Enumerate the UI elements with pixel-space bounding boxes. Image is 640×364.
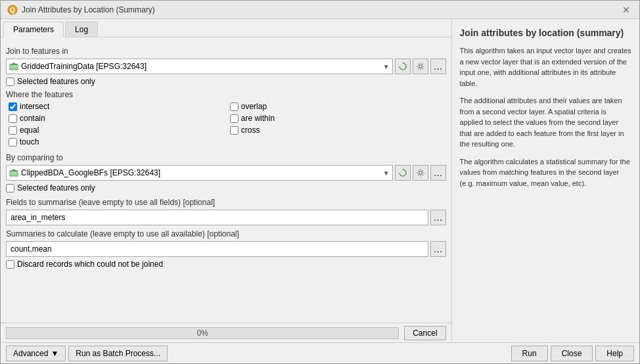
overlap-label: overlap bbox=[241, 102, 267, 111]
fields-row: … bbox=[6, 210, 446, 225]
cancel-button[interactable]: Cancel bbox=[404, 326, 446, 340]
fields-label: Fields to summarise (leave empty to use … bbox=[6, 198, 446, 207]
predicates-grid: intersect overlap contain are within bbox=[9, 102, 446, 148]
where-label: Where the features bbox=[6, 90, 446, 99]
progress-bar-area: 0% Cancel bbox=[1, 323, 451, 342]
selected-only-1-checkbox[interactable] bbox=[6, 78, 14, 86]
progress-bar: 0% bbox=[6, 327, 399, 339]
tab-log[interactable]: Log bbox=[65, 22, 98, 37]
progress-label: 0% bbox=[196, 329, 208, 338]
run-button[interactable]: Run bbox=[511, 346, 548, 361]
summaries-more-btn[interactable]: … bbox=[430, 241, 446, 257]
join-layer-dropdown[interactable]: GriddedTrainingData [EPSG:32643] ▼ bbox=[6, 58, 393, 74]
help-title: Join attributes by location (summary) bbox=[460, 27, 631, 39]
join-layer-row: GriddedTrainingData [EPSG:32643] ▼ bbox=[6, 58, 446, 74]
svg-rect-6 bbox=[10, 171, 18, 176]
are-within-checkbox[interactable] bbox=[230, 114, 239, 123]
help-paragraph-2: The additional attributes and their valu… bbox=[460, 95, 631, 150]
predicate-overlap: overlap bbox=[230, 102, 446, 111]
touch-label: touch bbox=[20, 137, 39, 147]
footer-right: Run Close Help bbox=[511, 346, 634, 361]
tab-parameters[interactable]: Parameters bbox=[3, 22, 64, 37]
params-panel: Join to features in GriddedTrainingData … bbox=[1, 37, 451, 323]
title-bar-left: Q Join Attributes by Location (Summary) bbox=[7, 5, 155, 15]
summaries-row: … bbox=[6, 241, 446, 257]
are-within-label: are within bbox=[241, 114, 275, 123]
join-layer-refresh-btn[interactable] bbox=[395, 58, 411, 74]
compare-layer-refresh-btn[interactable] bbox=[395, 165, 411, 181]
main-window: Q Join Attributes by Location (Summary) … bbox=[0, 0, 640, 364]
batch-process-button[interactable]: Run as Batch Process... bbox=[68, 346, 168, 361]
main-content: Parameters Log Join to features in Gridd… bbox=[1, 19, 639, 342]
cross-label: cross bbox=[241, 125, 260, 135]
compare-layer-dropdown[interactable]: ClippedBDA_GoogleBFs [EPSG:32643] ▼ bbox=[6, 165, 393, 181]
footer-bar: Advanced ▼ Run as Batch Process... Run C… bbox=[1, 342, 639, 363]
compare-settings-icon bbox=[416, 168, 425, 177]
intersect-label: intersect bbox=[20, 102, 49, 111]
dropdown-arrow-icon: ▼ bbox=[383, 63, 390, 70]
summaries-label: Summaries to calculate (leave empty to u… bbox=[6, 229, 446, 239]
left-panel: Parameters Log Join to features in Gridd… bbox=[1, 19, 452, 342]
discard-label: Discard records which could not be joine… bbox=[17, 260, 163, 269]
refresh-icon bbox=[398, 62, 407, 71]
predicate-cross: cross bbox=[230, 125, 446, 135]
contain-checkbox[interactable] bbox=[9, 114, 17, 123]
predicate-are-within: are within bbox=[230, 114, 446, 123]
selected-only-2-label: Selected features only bbox=[17, 183, 95, 193]
svg-marker-7 bbox=[10, 169, 18, 171]
touch-checkbox[interactable] bbox=[9, 138, 17, 147]
equal-checkbox[interactable] bbox=[9, 126, 17, 135]
cross-checkbox[interactable] bbox=[230, 126, 239, 135]
title-bar: Q Join Attributes by Location (Summary) … bbox=[1, 1, 639, 19]
svg-point-9 bbox=[419, 171, 422, 175]
selected-only-1-label: Selected features only bbox=[17, 77, 95, 86]
svg-rect-2 bbox=[10, 64, 18, 70]
compare-layer-row: ClippedBDA_GoogleBFs [EPSG:32643] ▼ bbox=[6, 165, 446, 181]
svg-marker-8 bbox=[403, 168, 405, 170]
help-panel: Join attributes by location (summary) Th… bbox=[452, 19, 639, 342]
tabs-bar: Parameters Log bbox=[1, 19, 451, 37]
svg-point-5 bbox=[419, 65, 422, 68]
discard-row: Discard records which could not be joine… bbox=[6, 260, 446, 269]
by-comparing-label: By comparing to bbox=[6, 153, 446, 162]
help-paragraph-1: This algorithm takes an input vector lay… bbox=[460, 45, 631, 89]
predicate-contain: contain bbox=[9, 114, 225, 123]
predicate-touch: touch bbox=[9, 137, 225, 147]
compare-layer-settings-btn[interactable] bbox=[413, 165, 428, 181]
fields-input[interactable] bbox=[6, 210, 428, 225]
app-icon: Q bbox=[7, 5, 18, 15]
compare-dropdown-arrow-icon: ▼ bbox=[383, 170, 390, 177]
fields-more-btn[interactable]: … bbox=[430, 210, 446, 225]
join-layer-value: GriddedTrainingData [EPSG:32643] bbox=[21, 62, 147, 71]
advanced-label: Advanced bbox=[13, 349, 48, 358]
advanced-button[interactable]: Advanced ▼ bbox=[6, 346, 66, 361]
join-layer-settings-btn[interactable] bbox=[413, 58, 428, 74]
selected-only-2-row: Selected features only bbox=[6, 183, 446, 193]
compare-layer-more-btn[interactable]: … bbox=[430, 165, 446, 181]
advanced-arrow-icon: ▼ bbox=[51, 349, 58, 358]
layer-icon bbox=[9, 62, 18, 71]
settings-icon bbox=[416, 62, 425, 71]
svg-text:Q: Q bbox=[10, 7, 15, 14]
contain-label: contain bbox=[20, 114, 45, 123]
close-button[interactable]: ✕ bbox=[620, 5, 633, 15]
window-title: Join Attributes by Location (Summary) bbox=[22, 5, 155, 14]
help-paragraph-3: The algorithm calculates a statistical s… bbox=[460, 156, 631, 189]
intersect-checkbox[interactable] bbox=[9, 102, 17, 111]
selected-only-1-row: Selected features only bbox=[6, 77, 446, 86]
close-dialog-button[interactable]: Close bbox=[551, 346, 593, 361]
overlap-checkbox[interactable] bbox=[230, 102, 239, 111]
svg-marker-4 bbox=[403, 62, 405, 64]
predicate-equal: equal bbox=[9, 125, 225, 135]
help-button[interactable]: Help bbox=[595, 346, 634, 361]
svg-marker-3 bbox=[10, 62, 18, 65]
predicate-intersect: intersect bbox=[9, 102, 225, 111]
summaries-input[interactable] bbox=[6, 241, 428, 257]
compare-refresh-icon bbox=[398, 168, 407, 177]
join-layer-more-btn[interactable]: … bbox=[430, 58, 446, 74]
selected-only-2-checkbox[interactable] bbox=[6, 184, 14, 193]
equal-label: equal bbox=[20, 125, 39, 135]
discard-checkbox[interactable] bbox=[6, 260, 14, 269]
compare-layer-value: ClippedBDA_GoogleBFs [EPSG:32643] bbox=[21, 168, 160, 177]
join-to-label: Join to features in bbox=[6, 47, 446, 56]
